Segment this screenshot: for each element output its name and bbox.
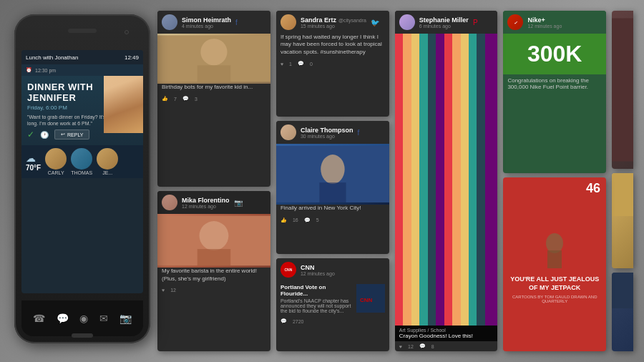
simon-network-icon: f (235, 19, 238, 26)
simon-footer: 👍 7 💬 3 (157, 94, 270, 104)
claire-likes: 16 (293, 217, 298, 222)
alarm-time: 12:30 pm (35, 68, 56, 73)
feed-column-3: Stephanie Miller 6 minutes ago P Art Sup… (395, 11, 498, 351)
cnn-name: CNN (301, 264, 335, 271)
art-number: 46 (586, 181, 600, 196)
claire-like-icon: 👍 (280, 217, 287, 223)
cnn-header: CNN CNN 12 minutes ago (276, 258, 389, 281)
cnn-text: Portland's NAACP chapter has announced t… (280, 298, 353, 313)
browser-icon[interactable]: ◉ (79, 313, 88, 324)
je-avatar (97, 148, 118, 170)
stephanie-likes: 12 (408, 344, 414, 349)
svg-text:CNN: CNN (360, 297, 373, 303)
thomas-name: THOMAS (71, 170, 92, 175)
cnn-card[interactable]: CNN CNN 12 minutes ago Portland Vote on … (276, 258, 389, 351)
je-name: JE... (97, 170, 118, 175)
mika-like-icon: ♥ (162, 288, 165, 293)
reply-button[interactable]: ↩ REPLY (54, 129, 89, 140)
crayon-image (395, 34, 498, 326)
simon-card[interactable]: Simon Heimrath 4 minutes ago f Birthday … (157, 11, 270, 187)
svg-rect-15 (612, 173, 633, 216)
contact-je[interactable]: JE... (97, 148, 118, 175)
contact-carly[interactable]: CARLY (45, 148, 67, 175)
claire-avatar (280, 124, 296, 140)
contact-thomas[interactable]: THOMAS (71, 148, 92, 175)
phone-body: Lunch with Jonathan 12:49 ⏰ 12:30 pm DIN… (14, 14, 150, 343)
sandra-header: Sandra Ertz @citysandra 15 minutes ago 🐦 (276, 11, 389, 34)
art-card[interactable]: 46 YOU'RE ALL JUST JEALOUS OF MY JETPACK… (503, 177, 606, 351)
stephanie-info: Stephanie Miller 6 minutes ago (419, 16, 469, 29)
sandra-likes: 1 (289, 62, 292, 67)
cnn-article: Portland Vote on Flouride... Portland's … (276, 281, 389, 316)
nike-info: Nike+ 12 minutes ago (527, 16, 562, 29)
feed-column-1: Simon Heimrath 4 minutes ago f Birthday … (157, 11, 270, 351)
mika-info: Mika Florentino 12 minutes ago (182, 197, 230, 209)
nike-avatar: ✓ (507, 14, 523, 30)
svg-point-7 (321, 155, 344, 185)
stephanie-card[interactable]: Stephanie Miller 6 minutes ago P Art Sup… (395, 11, 498, 351)
cnn-time: 12 minutes ago (301, 271, 335, 276)
weather-icon: ☁ (26, 152, 41, 164)
cnn-comments: 2720 (293, 319, 304, 324)
carly-name: CARLY (45, 170, 67, 175)
reply-icon: ↩ (61, 132, 65, 137)
stephanie-avatar (399, 14, 415, 30)
phone-camera (125, 30, 129, 34)
cnn-footer: 💬 2720 (276, 316, 389, 326)
claire-header: Claire Thompson 30 minutes ago f (276, 121, 389, 144)
phone-speaker (68, 29, 97, 33)
pinterest-icon: P (473, 19, 478, 26)
calendar-notification: ⏰ 12:30 pm (21, 64, 143, 76)
camera-icon[interactable]: 📷 (119, 313, 132, 324)
phone-screen: Lunch with Jonathan 12:49 ⏰ 12:30 pm DIN… (21, 50, 143, 293)
phone-icon[interactable]: ☎ (33, 313, 45, 324)
stephanie-time: 6 minutes ago (419, 24, 469, 29)
nike-card[interactable]: ✓ Nike+ 12 minutes ago 300K Congratulati… (503, 11, 606, 173)
nike-header: ✓ Nike+ 12 minutes ago (503, 11, 606, 34)
mika-card[interactable]: Mika Florentino 12 minutes ago 📷 My favo… (157, 191, 270, 351)
like-icon: 👍 (162, 96, 168, 102)
sandra-comment-icon: 💬 (298, 61, 304, 67)
mika-likes: 12 (170, 288, 176, 293)
stephanie-comment-icon: 💬 (419, 343, 426, 349)
sandra-like-icon: ♥ (280, 62, 283, 67)
email-icon[interactable]: ✉ (99, 313, 108, 324)
svg-rect-12 (547, 250, 562, 268)
notification-text: Lunch with Jonathan (26, 54, 78, 61)
simon-photo (157, 34, 270, 84)
sandra-card[interactable]: Sandra Ertz @citysandra 15 minutes ago 🐦… (276, 11, 389, 117)
main-card: DINNER WITH JENNIFER Friday, 6:00 PM "Wa… (21, 76, 143, 145)
feed-column-2: Sandra Ertz @citysandra 15 minutes ago 🐦… (276, 11, 389, 351)
feed-column-partial (612, 11, 637, 351)
simon-likes: 7 (174, 97, 177, 102)
bottom-section: ☁ 70°F CARLY THOMAS JE... (21, 145, 143, 178)
svg-rect-5 (197, 249, 230, 265)
temperature: 70°F (26, 164, 41, 172)
art-illustration (533, 225, 576, 275)
svg-rect-16 (612, 273, 633, 308)
sandra-network-icon: 🐦 (371, 19, 379, 26)
message-icon[interactable]: 💬 (57, 313, 69, 324)
home-button[interactable] (72, 333, 93, 338)
phone-nav: ☎ 💬 ◉ ✉ 📷 (21, 300, 143, 336)
claire-text: Finally arrived in New York City! (276, 205, 389, 215)
simon-header: Simon Heimrath 4 minutes ago f (157, 11, 270, 34)
sandra-footer: ♥ 1 💬 0 (276, 59, 389, 69)
stephanie-caption: Crayon Goodness! Love this! (399, 333, 494, 339)
claire-comments: 5 (316, 217, 319, 222)
cnn-comment-icon: 💬 (280, 318, 287, 324)
weather-widget: ☁ 70°F (26, 152, 41, 172)
claire-card[interactable]: Claire Thompson 30 minutes ago f Finally… (276, 121, 389, 254)
simon-comments: 3 (195, 97, 197, 102)
sandra-handle: @citysandra (338, 18, 366, 23)
mika-name: Mika Florentino (182, 197, 230, 204)
svg-point-1 (200, 39, 227, 65)
nike-milestone-area: 300K (503, 34, 606, 74)
nike-name: Nike+ (527, 16, 562, 24)
partial-card-mid (612, 173, 633, 268)
stephanie-like-icon: ♥ (399, 344, 402, 349)
simon-text: Birthday bots for my favorite kid in... (157, 84, 270, 94)
art-sub-text: CARTOONS BY TOM GAULD DRAWN AND QUARTERL… (509, 295, 600, 303)
claire-time: 30 minutes ago (301, 134, 353, 139)
mika-photo (157, 214, 270, 268)
